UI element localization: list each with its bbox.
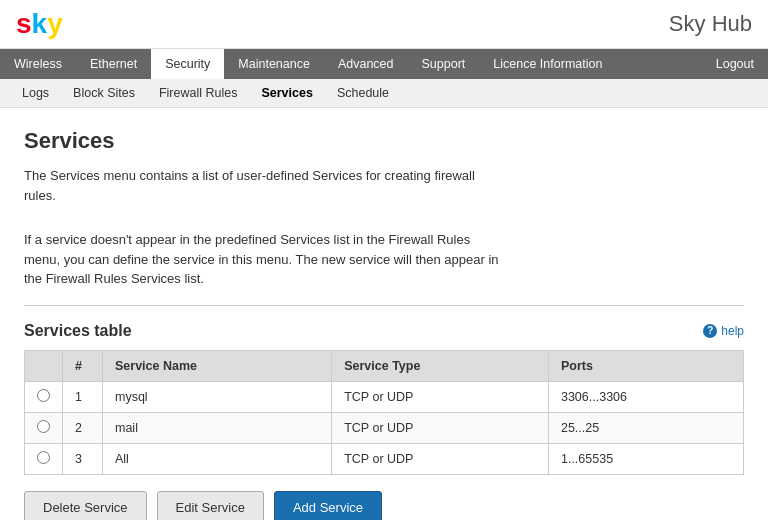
description-2: If a service doesn't appear in the prede… [24, 230, 504, 289]
row-num: 1 [63, 381, 103, 412]
sub-nav-block-sites[interactable]: Block Sites [61, 79, 147, 107]
header: sky Sky Hub [0, 0, 768, 49]
table-row[interactable]: 3 All TCP or UDP 1...65535 [25, 443, 744, 474]
col-service-type: Service Type [332, 350, 549, 381]
description-1: The Services menu contains a list of use… [24, 166, 504, 205]
col-ports: Ports [548, 350, 743, 381]
row-radio[interactable] [25, 412, 63, 443]
sky-logo: sky [16, 8, 63, 40]
nav-ethernet[interactable]: Ethernet [76, 49, 151, 79]
delete-service-button[interactable]: Delete Service [24, 491, 147, 521]
row-service-type: TCP or UDP [332, 412, 549, 443]
services-table: # Service Name Service Type Ports 1 mysq… [24, 350, 744, 475]
sub-nav-schedule[interactable]: Schedule [325, 79, 401, 107]
table-row[interactable]: 2 mail TCP or UDP 25...25 [25, 412, 744, 443]
nav-wireless[interactable]: Wireless [0, 49, 76, 79]
row-service-type: TCP or UDP [332, 381, 549, 412]
hub-title: Sky Hub [669, 11, 752, 37]
main-nav: Wireless Ethernet Security Maintenance A… [0, 49, 768, 79]
row-service-name: All [103, 443, 332, 474]
logo-k: k [32, 8, 48, 39]
nav-logout[interactable]: Logout [702, 49, 768, 79]
help-icon: ? [703, 324, 717, 338]
divider [24, 305, 744, 306]
col-service-name: Service Name [103, 350, 332, 381]
nav-maintenance[interactable]: Maintenance [224, 49, 324, 79]
help-label: help [721, 324, 744, 338]
nav-licence[interactable]: Licence Information [479, 49, 616, 79]
table-header-row: # Service Name Service Type Ports [25, 350, 744, 381]
row-radio[interactable] [25, 443, 63, 474]
row-ports: 3306...3306 [548, 381, 743, 412]
row-num: 3 [63, 443, 103, 474]
nav-security[interactable]: Security [151, 49, 224, 79]
table-header-row: Services table ? help [24, 322, 744, 340]
sub-nav: Logs Block Sites Firewall Rules Services… [0, 79, 768, 108]
help-link[interactable]: ? help [703, 324, 744, 338]
add-service-button[interactable]: Add Service [274, 491, 382, 521]
logo-s: s [16, 8, 32, 39]
table-row[interactable]: 1 mysql TCP or UDP 3306...3306 [25, 381, 744, 412]
sub-nav-services[interactable]: Services [249, 79, 324, 107]
nav-support[interactable]: Support [408, 49, 480, 79]
logo-y: y [47, 8, 63, 39]
edit-service-button[interactable]: Edit Service [157, 491, 264, 521]
row-radio[interactable] [25, 381, 63, 412]
table-title: Services table [24, 322, 132, 340]
row-num: 2 [63, 412, 103, 443]
row-service-type: TCP or UDP [332, 443, 549, 474]
row-service-name: mail [103, 412, 332, 443]
page-title: Services [24, 128, 744, 154]
row-service-name: mysql [103, 381, 332, 412]
col-num: # [63, 350, 103, 381]
table-wrapper: portforward # Service Name Service Type … [24, 350, 744, 475]
sub-nav-firewall-rules[interactable]: Firewall Rules [147, 79, 250, 107]
sub-nav-logs[interactable]: Logs [10, 79, 61, 107]
row-ports: 1...65535 [548, 443, 743, 474]
main-content: Services The Services menu contains a li… [0, 108, 768, 520]
row-ports: 25...25 [548, 412, 743, 443]
nav-items: Wireless Ethernet Security Maintenance A… [0, 49, 616, 79]
nav-advanced[interactable]: Advanced [324, 49, 408, 79]
col-select [25, 350, 63, 381]
button-row: Delete Service Edit Service Add Service [24, 491, 744, 521]
